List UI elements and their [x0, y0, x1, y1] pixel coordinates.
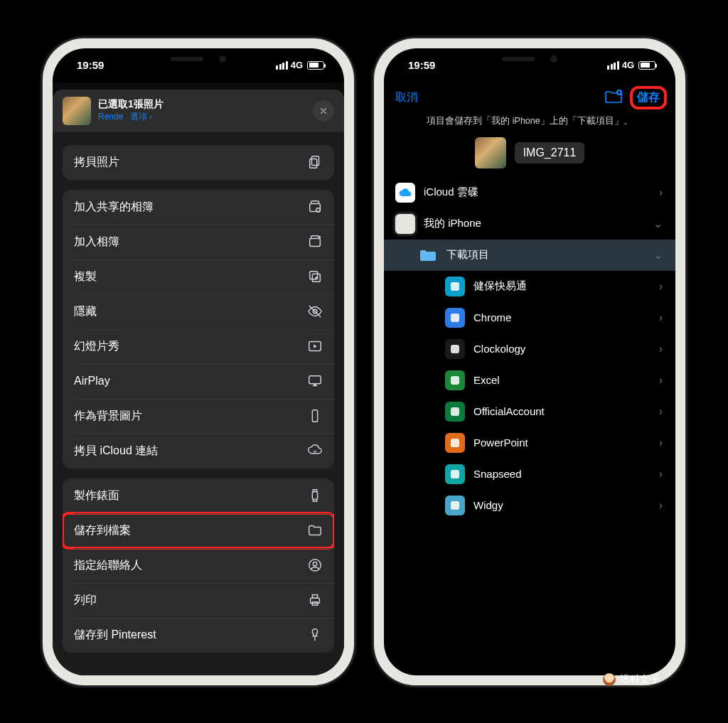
icloud-icon	[395, 183, 415, 203]
folder-app[interactable]: PowerPoint ›	[384, 427, 675, 459]
action-add-album[interactable]: 加入相簿	[63, 225, 334, 259]
action-slideshow[interactable]: 幻燈片秀	[63, 329, 334, 364]
screen-left: 19:59 4G 已選取1張照片 Rende 選項 ›	[53, 48, 344, 675]
cloud-link-icon	[307, 443, 323, 459]
folder-app[interactable]: Chrome ›	[384, 302, 675, 333]
wallpaper-icon	[307, 408, 323, 424]
save-destination-hint: 項目會儲存到「我的 iPhone」上的「下載項目」。	[384, 114, 675, 133]
watermark-avatar-icon	[603, 673, 616, 686]
app-icon	[445, 370, 465, 390]
watch-icon	[307, 488, 323, 503]
copy-doc-icon	[307, 154, 323, 170]
app-icon	[445, 496, 465, 515]
phone-right: 19:59 4G 取消 儲存 項目會儲存到「我的 iPhone」上的「下載項目」…	[374, 38, 685, 685]
svg-rect-11	[312, 492, 317, 500]
add-album-icon	[307, 234, 323, 250]
share-sheet-dim: 已選取1張照片 Rende 選項 › 拷貝照片	[53, 82, 344, 675]
chevron-right-icon: ›	[659, 374, 663, 387]
share-thumbnail	[63, 97, 91, 125]
folder-downloads[interactable]: 下載項目 ⌄	[384, 240, 675, 271]
app-icon	[445, 308, 465, 328]
folder-app[interactable]: OfficialAccount ›	[384, 396, 675, 427]
action-wallpaper[interactable]: 作為背景圖片	[63, 399, 334, 434]
folder-app[interactable]: 健保快易通 ›	[384, 271, 675, 302]
screen-right: 19:59 4G 取消 儲存 項目會儲存到「我的 iPhone」上的「下載項目」…	[384, 48, 675, 675]
action-add-shared-album[interactable]: 加入共享的相簿	[63, 190, 334, 225]
chevron-right-icon: ›	[659, 343, 663, 355]
action-hide[interactable]: 隱藏	[63, 294, 334, 329]
network-label: 4G	[291, 60, 303, 70]
action-duplicate[interactable]: 複製	[63, 259, 334, 294]
chevron-down-icon: ⌄	[653, 248, 663, 262]
chevron-down-icon: ⌄	[653, 217, 663, 230]
notch	[138, 48, 259, 70]
app-icon	[445, 433, 465, 453]
folder-icon	[418, 245, 438, 265]
location-device[interactable]: 我的 iPhone ⌄	[384, 208, 675, 240]
svg-rect-2	[310, 203, 321, 211]
status-right: 4G	[607, 60, 655, 70]
new-folder-icon[interactable]	[604, 89, 623, 107]
duplicate-icon	[307, 269, 323, 284]
close-icon[interactable]	[313, 100, 334, 122]
app-icon	[445, 339, 465, 359]
svg-rect-10	[312, 410, 317, 422]
svg-rect-4	[310, 238, 321, 246]
battery-icon	[638, 61, 655, 70]
chevron-right-icon: ›	[659, 311, 663, 324]
pin-icon	[307, 627, 323, 643]
shared-album-icon	[307, 199, 323, 215]
notch	[469, 48, 590, 70]
status-right: 4G	[276, 60, 324, 70]
svg-rect-0	[311, 156, 318, 166]
app-icon	[445, 402, 465, 422]
action-block: 加入共享的相簿 加入相簿 複製	[63, 190, 334, 468]
svg-point-13	[313, 562, 317, 566]
folder-app[interactable]: Excel ›	[384, 365, 675, 396]
svg-rect-1	[310, 159, 317, 168]
chevron-right-icon: ›	[659, 437, 663, 449]
iphone-icon	[395, 214, 415, 234]
svg-rect-15	[312, 595, 317, 599]
folder-icon	[307, 523, 323, 538]
location-icloud[interactable]: iCloud 雲碟 ›	[384, 177, 675, 208]
chevron-right-icon: ›	[659, 405, 663, 418]
action-copy-icloud-link[interactable]: 拷貝 iCloud 連結	[63, 434, 334, 468]
action-assign-to-contact[interactable]: 指定給聯絡人	[63, 548, 334, 583]
chevron-right-icon: ›	[659, 499, 663, 512]
action-print[interactable]: 列印	[63, 583, 334, 618]
chevron-right-icon: ›	[659, 468, 663, 481]
action-create-watchface[interactable]: 製作錶面	[63, 478, 334, 513]
watermark: 塔科女子	[603, 673, 660, 686]
folder-app[interactable]: Snapseed ›	[384, 459, 675, 490]
svg-rect-14	[311, 598, 320, 603]
eye-slash-icon	[307, 304, 323, 319]
share-header-sub: Rende 選項 ›	[98, 111, 306, 123]
slideshow-icon	[307, 338, 323, 354]
share-sheet: 已選取1張照片 Rende 選項 › 拷貝照片	[53, 90, 344, 675]
cancel-button[interactable]: 取消	[395, 90, 418, 105]
nav-bar: 取消 儲存	[384, 82, 675, 114]
folder-app[interactable]: Clockology ›	[384, 333, 675, 365]
file-thumbnail	[475, 137, 506, 168]
network-label: 4G	[622, 60, 634, 70]
action-block: 拷貝照片	[63, 145, 334, 180]
share-header: 已選取1張照片 Rende 選項 ›	[53, 90, 344, 132]
share-header-title: 已選取1張照片	[98, 98, 306, 111]
action-save-to-files[interactable]: 儲存到檔案	[63, 513, 334, 548]
save-button[interactable]: 儲存	[633, 89, 664, 107]
app-icon	[445, 277, 465, 296]
action-airplay[interactable]: AirPlay	[63, 364, 334, 399]
action-block: 製作錶面 儲存到檔案 指定給聯絡人	[63, 478, 334, 653]
file-name-field[interactable]: IMG_2711	[515, 142, 585, 164]
app-icon	[445, 464, 465, 484]
airplay-icon	[307, 373, 323, 389]
action-save-to-pinterest[interactable]: 儲存到 Pinterest	[63, 618, 334, 653]
share-options-link[interactable]: 選項 ›	[130, 112, 152, 122]
locations-tree: iCloud 雲碟 › 我的 iPhone ⌄ 下載項目 ⌄ 健保	[384, 177, 675, 521]
folder-app[interactable]: Widgy ›	[384, 490, 675, 521]
contact-icon	[307, 557, 323, 573]
file-preview: IMG_2711	[384, 133, 675, 177]
signal-bars-icon	[607, 61, 619, 70]
action-copy-photo[interactable]: 拷貝照片	[63, 145, 334, 180]
